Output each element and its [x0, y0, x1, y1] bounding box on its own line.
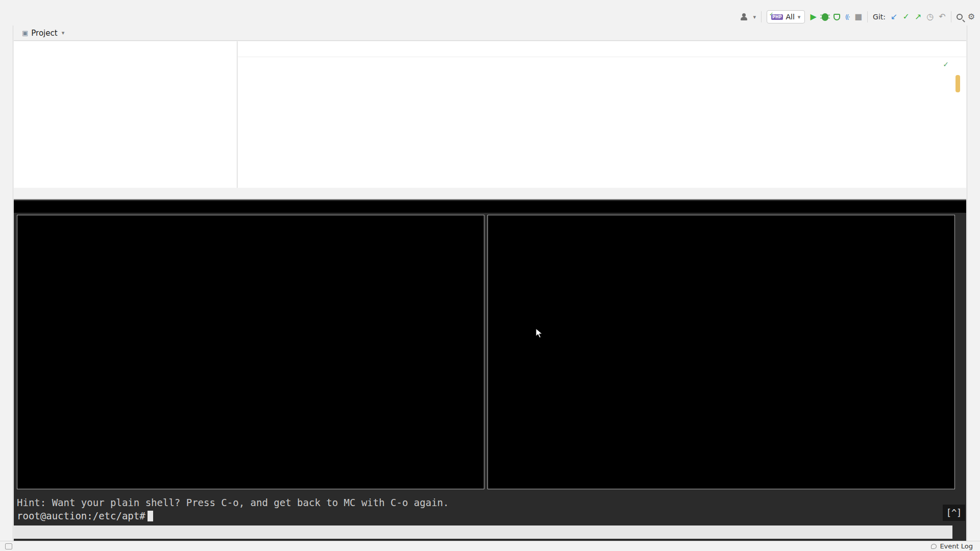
event-log-icon: [931, 544, 937, 549]
chevron-down-icon: ▾: [798, 14, 801, 20]
event-log-button[interactable]: Event Log: [931, 542, 980, 550]
history-icon: ◷: [926, 13, 934, 21]
rollback-icon: ↶: [939, 13, 945, 21]
divider: [761, 11, 762, 22]
project-icon: ▣: [22, 29, 28, 37]
mc-panel-right: [487, 215, 955, 489]
project-tree: [14, 41, 237, 188]
project-panel-header: ▣ Project ▾: [14, 26, 237, 40]
editor-tab-bar: ▣ Project ▾: [14, 26, 966, 41]
mc-panels: [17, 215, 955, 489]
main-toolbar: ▾ ✓PHP All ▾ ▶ ((· ■ Git: ↙ ✓ ↗ ◷ ↶ ⚙: [740, 9, 975, 24]
inspections-ok-icon: ✓: [943, 60, 949, 68]
push-icon[interactable]: ↗: [915, 13, 921, 21]
coverage-icon[interactable]: [834, 14, 840, 20]
shell-prompt[interactable]: root@auction:/etc/apt#: [17, 510, 966, 522]
scroll-to-top-button[interactable]: [^]: [943, 505, 965, 521]
gear-icon[interactable]: ⚙: [968, 13, 975, 21]
git-label: Git:: [873, 13, 886, 21]
divider: [951, 11, 951, 22]
search-icon[interactable]: [957, 14, 963, 20]
terminal-body[interactable]: Hint: Want your plain shell? Press C-o, …: [14, 199, 966, 541]
mc-menu-bar: [14, 201, 966, 213]
user-icon[interactable]: [740, 13, 748, 21]
run-config-select[interactable]: ✓PHP All ▾: [767, 10, 805, 23]
php-icon: ✓PHP: [771, 14, 782, 20]
commit-icon[interactable]: ✓: [902, 13, 909, 21]
stop-icon: ■: [854, 13, 862, 21]
profiler-icon[interactable]: ((·: [845, 13, 849, 21]
chevron-down-icon: ▾: [753, 14, 756, 20]
mc-keybar: [14, 525, 952, 539]
tool-window-switcher-icon[interactable]: [5, 543, 12, 549]
mouse-cursor: [535, 328, 544, 339]
project-panel-title[interactable]: Project: [31, 29, 57, 38]
ide-window: ▾ ✓PHP All ▾ ▶ ((· ■ Git: ↙ ✓ ↗ ◷ ↶ ⚙ ▣ …: [0, 0, 980, 551]
terminal-header: [14, 188, 966, 199]
code-area[interactable]: [238, 57, 966, 61]
prompt-text: root@auction:/etc/apt#: [17, 510, 145, 522]
terminal-cursor: [148, 511, 153, 521]
left-tool-stripe: [0, 26, 13, 541]
status-bar: Event Log: [0, 541, 980, 551]
divider: [867, 11, 868, 22]
right-tool-stripe: [967, 26, 980, 541]
editor[interactable]: ✓: [238, 41, 966, 188]
chevron-down-icon[interactable]: ▾: [62, 30, 65, 36]
run-config-value: All: [786, 13, 795, 21]
composer-notification-banner: [238, 41, 966, 57]
debug-icon[interactable]: [822, 13, 828, 21]
update-project-icon[interactable]: ↙: [891, 13, 897, 21]
run-icon[interactable]: ▶: [810, 13, 816, 21]
scrollbar-thumb[interactable]: [955, 75, 960, 92]
mc-panel-left: [17, 215, 484, 489]
mc-hint-line: Hint: Want your plain shell? Press C-o, …: [17, 497, 966, 508]
event-log-label: Event Log: [940, 542, 973, 550]
